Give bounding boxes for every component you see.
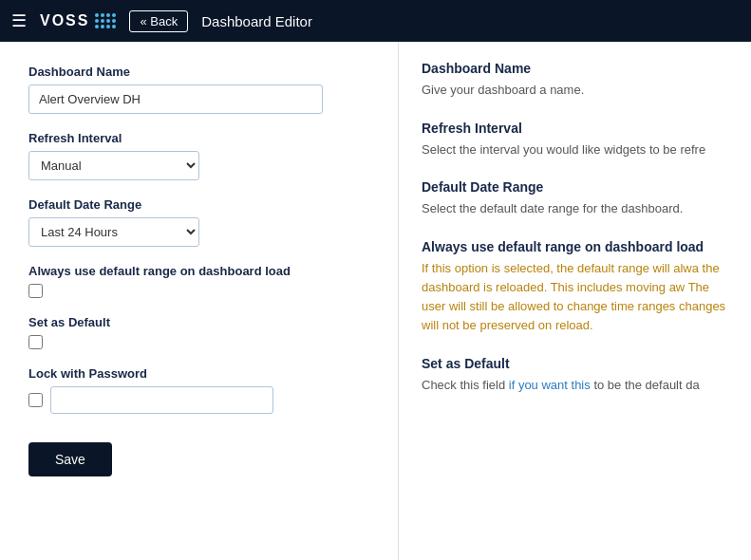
refresh-interval-group: Refresh Interval Manual 30 seconds 1 min… (28, 131, 369, 180)
set-as-default-label: Set as Default (28, 315, 369, 329)
help-refresh-interval-text: Select the interval you would like widge… (422, 140, 728, 159)
always-use-group: Always use default range on dashboard lo… (28, 264, 369, 298)
menu-icon[interactable]: ☰ (11, 10, 27, 31)
refresh-interval-select[interactable]: Manual 30 seconds 1 minute 5 minutes 10 … (28, 151, 199, 180)
help-always-use-title: Always use default range on dashboard lo… (422, 239, 728, 254)
help-default-date-range-text: Select the default date range for the da… (422, 199, 728, 218)
right-panel: Dashboard Name Give your dashboard a nam… (399, 42, 751, 560)
help-default-date-range: Default Date Range Select the default da… (422, 179, 728, 218)
help-set-as-default: Set as Default Check this field if you w… (422, 356, 728, 395)
always-use-checkbox-row (28, 284, 369, 298)
help-set-as-default-highlight: if you want this (509, 378, 591, 392)
lock-with-password-group: Lock with Password (28, 366, 369, 414)
lock-password-input[interactable] (50, 386, 273, 414)
help-dashboard-name-text: Give your dashboard a name. (422, 81, 728, 100)
lock-row (28, 386, 369, 414)
set-as-default-checkbox[interactable] (28, 335, 43, 349)
help-refresh-interval: Refresh Interval Select the interval you… (422, 121, 728, 159)
dashboard-name-group: Dashboard Name (28, 65, 369, 114)
default-date-range-select[interactable]: Last 24 Hours Last 7 Days Last 30 Days C… (28, 217, 199, 247)
logo-text: VOSS (40, 12, 89, 29)
header: ☰ VOSS « Back Dashboard Editor (0, 0, 751, 42)
main-layout: Dashboard Name Refresh Interval Manual 3… (0, 42, 751, 560)
help-always-use-text: If this option is selected, the default … (422, 259, 728, 336)
help-refresh-interval-title: Refresh Interval (422, 121, 728, 136)
help-dashboard-name: Dashboard Name Give your dashboard a nam… (422, 61, 728, 100)
always-use-label: Always use default range on dashboard lo… (28, 264, 369, 278)
save-button[interactable]: Save (28, 442, 112, 476)
refresh-interval-label: Refresh Interval (28, 131, 369, 145)
logo-dots (95, 13, 116, 28)
help-always-use: Always use default range on dashboard lo… (422, 239, 728, 336)
default-date-range-group: Default Date Range Last 24 Hours Last 7 … (28, 197, 369, 247)
page-title: Dashboard Editor (201, 13, 312, 29)
left-panel: Dashboard Name Refresh Interval Manual 3… (0, 42, 399, 560)
help-set-as-default-text: Check this field if you want this to be … (422, 376, 728, 395)
help-set-as-default-title: Set as Default (422, 356, 728, 371)
always-use-checkbox[interactable] (28, 284, 43, 298)
dashboard-name-label: Dashboard Name (28, 65, 369, 79)
default-date-range-label: Default Date Range (28, 197, 369, 212)
back-button[interactable]: « Back (129, 10, 188, 32)
help-default-date-range-title: Default Date Range (422, 179, 728, 195)
dashboard-name-input[interactable] (28, 84, 323, 114)
lock-with-password-label: Lock with Password (28, 366, 369, 381)
help-dashboard-name-title: Dashboard Name (422, 61, 728, 76)
set-as-default-group: Set as Default (28, 315, 369, 349)
set-as-default-checkbox-row (28, 335, 369, 349)
logo: VOSS (40, 12, 116, 29)
lock-checkbox[interactable] (28, 393, 43, 407)
